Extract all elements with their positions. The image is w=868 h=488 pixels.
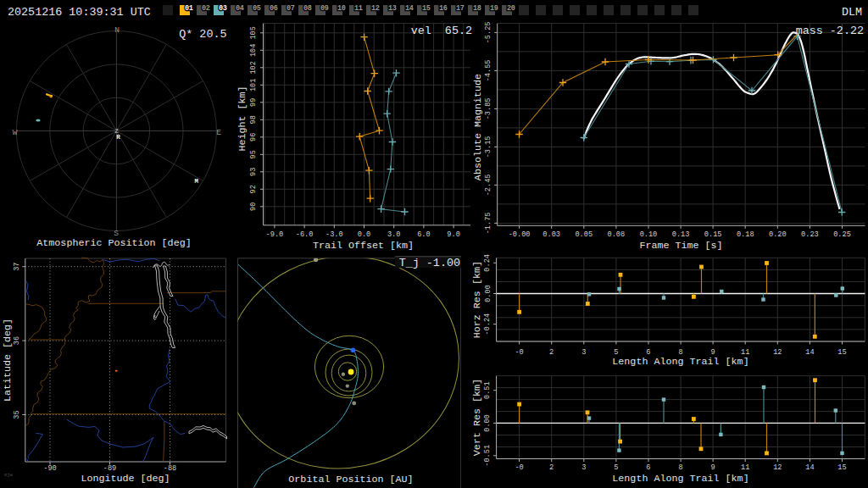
svg-text:Orbital Position [AU]: Orbital Position [AU] — [288, 474, 413, 485]
svg-text:-0.51: -0.51 — [484, 445, 492, 467]
svg-text:3: 3 — [581, 463, 586, 472]
svg-text:2: 2 — [549, 463, 554, 472]
svg-text:6.0: 6.0 — [417, 230, 430, 239]
svg-text:09: 09 — [320, 4, 329, 13]
svg-text:DLM: DLM — [842, 6, 862, 19]
svg-text:92: 92 — [250, 185, 259, 193]
svg-text:15: 15 — [837, 348, 846, 357]
svg-text:20251216 10:39:31 UTC: 20251216 10:39:31 UTC — [8, 6, 151, 19]
svg-text:-3.15: -3.15 — [485, 136, 493, 158]
svg-text:0.13: 0.13 — [672, 230, 690, 239]
svg-text:16: 16 — [439, 4, 448, 13]
svg-text:-0.00: -0.00 — [509, 230, 531, 239]
svg-text:0.51: 0.51 — [484, 381, 492, 399]
svg-text:Length Along Trail [km]: Length Along Trail [km] — [612, 356, 748, 368]
svg-text:105: 105 — [250, 26, 259, 39]
svg-text:15: 15 — [837, 463, 846, 472]
svg-text:0.10: 0.10 — [640, 230, 658, 239]
svg-text:36: 36 — [13, 336, 21, 345]
svg-text:9.0: 9.0 — [447, 230, 459, 239]
svg-text:101: 101 — [250, 79, 259, 92]
svg-text:20: 20 — [507, 4, 515, 13]
svg-text:12: 12 — [773, 463, 782, 472]
svg-text:2: 2 — [549, 348, 554, 357]
svg-text:13: 13 — [388, 4, 397, 13]
svg-text:0.08: 0.08 — [608, 230, 626, 239]
svg-text:Trail Offset [km]: Trail Offset [km] — [313, 240, 414, 252]
svg-text:93: 93 — [250, 168, 259, 176]
svg-text:-0.24: -0.24 — [484, 313, 492, 336]
svg-text:37: 37 — [13, 263, 21, 271]
svg-text:W: W — [13, 128, 18, 137]
svg-text:02: 02 — [202, 4, 210, 13]
svg-text:12: 12 — [371, 4, 380, 13]
svg-text:-88: -88 — [164, 464, 176, 473]
svg-text:14: 14 — [405, 4, 414, 13]
svg-text:Vert Res [km]: Vert Res [km] — [472, 379, 484, 456]
svg-text:3.0: 3.0 — [387, 230, 400, 239]
svg-text:-9.0: -9.0 — [266, 230, 284, 239]
svg-text:vel 65.2: vel 65.2 — [411, 25, 472, 37]
svg-text:S: S — [114, 229, 119, 238]
svg-text:0.00: 0.00 — [484, 285, 492, 302]
svg-text:T_j -1.00: T_j -1.00 — [399, 257, 460, 269]
svg-text:-4.55: -4.55 — [485, 60, 493, 82]
svg-text:-90: -90 — [43, 464, 56, 473]
svg-text:-5.25: -5.25 — [485, 22, 493, 44]
svg-text:Length Along Trail [km]: Length Along Trail [km] — [612, 473, 748, 485]
svg-text:08: 08 — [303, 4, 312, 13]
svg-text:8: 8 — [678, 463, 682, 472]
svg-text:03: 03 — [219, 4, 227, 13]
svg-text:0.18: 0.18 — [737, 230, 754, 239]
svg-text:Absolute Magnitude: Absolute Magnitude — [472, 74, 484, 180]
svg-text:Longitude [deg]: Longitude [deg] — [81, 473, 170, 485]
svg-text:0.03: 0.03 — [542, 230, 560, 239]
svg-text:15: 15 — [422, 4, 431, 13]
svg-text:0.23: 0.23 — [801, 230, 819, 239]
svg-text:-0: -0 — [515, 348, 523, 357]
svg-text:R: R — [116, 134, 120, 141]
svg-text:0.25: 0.25 — [833, 230, 851, 239]
svg-text:0.20: 0.20 — [769, 230, 787, 239]
svg-text:9: 9 — [711, 463, 715, 472]
svg-text:Horz Res [km]: Horz Res [km] — [472, 261, 484, 338]
svg-text:11: 11 — [741, 463, 749, 472]
svg-text:0.15: 0.15 — [704, 230, 722, 239]
svg-text:104: 104 — [250, 44, 259, 57]
svg-text:Frame Time [s]: Frame Time [s] — [639, 240, 722, 252]
svg-text:10: 10 — [337, 4, 346, 13]
svg-text:Height [km]: Height [km] — [236, 86, 248, 151]
svg-text:19: 19 — [490, 4, 498, 13]
svg-text:14: 14 — [805, 348, 814, 357]
svg-text:07: 07 — [287, 4, 295, 13]
svg-text:06: 06 — [270, 4, 278, 13]
svg-text:14: 14 — [805, 463, 814, 472]
svg-text:6: 6 — [646, 463, 650, 472]
svg-text:Atmospheric Position [deg]: Atmospheric Position [deg] — [36, 237, 191, 249]
svg-text:-89: -89 — [103, 464, 116, 473]
svg-text:-0: -0 — [515, 463, 523, 472]
svg-text:mass -2.22: mass -2.22 — [796, 25, 864, 37]
svg-text:12: 12 — [773, 348, 782, 357]
svg-text:M: M — [195, 178, 199, 185]
svg-text:-3.85: -3.85 — [485, 98, 493, 120]
svg-text:E: E — [216, 128, 221, 137]
svg-text:95: 95 — [250, 150, 259, 158]
svg-text:17: 17 — [456, 4, 465, 13]
svg-text:0.05: 0.05 — [575, 230, 593, 239]
svg-text:90: 90 — [250, 202, 259, 211]
svg-text:-2.45: -2.45 — [485, 175, 493, 197]
svg-text:35: 35 — [13, 410, 21, 419]
svg-text:-3.0: -3.0 — [326, 230, 343, 239]
svg-text:102: 102 — [250, 61, 259, 74]
svg-text:18: 18 — [473, 4, 481, 13]
svg-text:01: 01 — [185, 4, 193, 13]
svg-text:mjw: mjw — [4, 472, 14, 478]
svg-text:0.00: 0.00 — [484, 414, 492, 432]
svg-text:98: 98 — [250, 115, 259, 124]
svg-text:0.0: 0.0 — [358, 230, 370, 239]
svg-text:5: 5 — [614, 463, 618, 472]
svg-text:0.24: 0.24 — [484, 254, 492, 272]
svg-text:3: 3 — [581, 348, 586, 357]
svg-text:05: 05 — [253, 4, 261, 13]
